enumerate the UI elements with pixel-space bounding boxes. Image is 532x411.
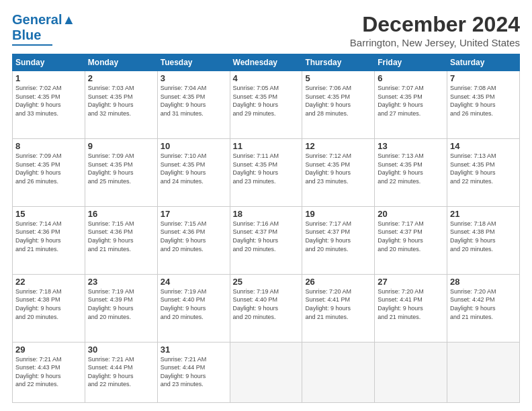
day-number: 21 <box>450 209 517 219</box>
calendar-cell: 19Sunrise: 7:17 AM Sunset: 4:37 PM Dayli… <box>302 206 375 274</box>
page: General▲ Blue December 2024 Barrington, … <box>0 0 532 411</box>
calendar-cell: 13Sunrise: 7:13 AM Sunset: 4:35 PM Dayli… <box>375 138 447 206</box>
day-number: 31 <box>161 345 227 355</box>
calendar-cell: 17Sunrise: 7:15 AM Sunset: 4:36 PM Dayli… <box>157 206 230 274</box>
weekday-header-saturday: Saturday <box>447 54 520 71</box>
day-info: Sunrise: 7:14 AM Sunset: 4:36 PM Dayligh… <box>15 220 82 253</box>
calendar-cell: 25Sunrise: 7:19 AM Sunset: 4:40 PM Dayli… <box>230 274 302 342</box>
day-number: 22 <box>15 277 82 287</box>
day-info: Sunrise: 7:15 AM Sunset: 4:36 PM Dayligh… <box>88 220 154 253</box>
day-number: 20 <box>378 209 444 219</box>
day-number: 9 <box>88 141 154 151</box>
calendar-cell: 7Sunrise: 7:08 AM Sunset: 4:35 PM Daylig… <box>447 71 520 139</box>
weekday-header-monday: Monday <box>85 54 157 71</box>
logo-divider <box>12 44 52 46</box>
day-number: 12 <box>305 141 371 151</box>
day-info: Sunrise: 7:07 AM Sunset: 4:35 PM Dayligh… <box>378 84 444 118</box>
day-number: 14 <box>450 141 517 151</box>
calendar-cell: 24Sunrise: 7:19 AM Sunset: 4:40 PM Dayli… <box>157 274 230 342</box>
week-row-2: 8Sunrise: 7:09 AM Sunset: 4:35 PM Daylig… <box>13 138 520 206</box>
title-block: December 2024 Barrington, New Jersey, Un… <box>350 12 520 48</box>
day-info: Sunrise: 7:13 AM Sunset: 4:35 PM Dayligh… <box>450 152 517 185</box>
week-row-5: 29Sunrise: 7:21 AM Sunset: 4:43 PM Dayli… <box>13 342 520 402</box>
calendar-cell: 3Sunrise: 7:04 AM Sunset: 4:35 PM Daylig… <box>157 71 230 139</box>
day-number: 28 <box>450 277 517 287</box>
day-number: 19 <box>305 209 371 219</box>
week-row-3: 15Sunrise: 7:14 AM Sunset: 4:36 PM Dayli… <box>13 206 520 274</box>
day-number: 26 <box>305 277 371 287</box>
calendar-cell <box>447 342 520 402</box>
day-number: 29 <box>15 345 82 355</box>
calendar-cell: 15Sunrise: 7:14 AM Sunset: 4:36 PM Dayli… <box>13 206 85 274</box>
day-number: 4 <box>233 73 300 83</box>
logo: General▲ Blue <box>12 12 75 46</box>
day-info: Sunrise: 7:21 AM Sunset: 4:44 PM Dayligh… <box>88 355 154 389</box>
day-info: Sunrise: 7:15 AM Sunset: 4:36 PM Dayligh… <box>161 220 227 253</box>
day-info: Sunrise: 7:04 AM Sunset: 4:35 PM Dayligh… <box>161 84 227 118</box>
day-info: Sunrise: 7:09 AM Sunset: 4:35 PM Dayligh… <box>15 152 82 185</box>
logo-text2: Blue <box>12 28 41 43</box>
calendar-cell: 8Sunrise: 7:09 AM Sunset: 4:35 PM Daylig… <box>13 138 85 206</box>
day-number: 10 <box>161 141 227 151</box>
day-number: 8 <box>15 141 82 151</box>
calendar-cell <box>230 342 302 402</box>
month-title: December 2024 <box>350 12 520 37</box>
day-number: 24 <box>161 277 227 287</box>
calendar-cell: 27Sunrise: 7:20 AM Sunset: 4:41 PM Dayli… <box>375 274 447 342</box>
day-info: Sunrise: 7:09 AM Sunset: 4:35 PM Dayligh… <box>88 152 154 185</box>
day-number: 2 <box>88 73 154 83</box>
week-row-1: 1Sunrise: 7:02 AM Sunset: 4:35 PM Daylig… <box>13 71 520 139</box>
day-number: 16 <box>88 209 154 219</box>
calendar-cell: 14Sunrise: 7:13 AM Sunset: 4:35 PM Dayli… <box>447 138 520 206</box>
day-info: Sunrise: 7:16 AM Sunset: 4:37 PM Dayligh… <box>233 220 300 253</box>
day-info: Sunrise: 7:12 AM Sunset: 4:35 PM Dayligh… <box>305 152 371 185</box>
day-info: Sunrise: 7:19 AM Sunset: 4:40 PM Dayligh… <box>233 287 300 321</box>
day-number: 5 <box>305 73 371 83</box>
calendar-table: SundayMondayTuesdayWednesdayThursdayFrid… <box>12 54 520 403</box>
weekday-header-thursday: Thursday <box>302 54 375 71</box>
day-number: 30 <box>88 345 154 355</box>
logo-text: General▲ <box>12 12 75 28</box>
calendar-cell: 6Sunrise: 7:07 AM Sunset: 4:35 PM Daylig… <box>375 71 447 139</box>
calendar-cell: 31Sunrise: 7:21 AM Sunset: 4:44 PM Dayli… <box>157 342 230 402</box>
weekday-header-row: SundayMondayTuesdayWednesdayThursdayFrid… <box>13 54 520 71</box>
calendar-cell: 4Sunrise: 7:05 AM Sunset: 4:35 PM Daylig… <box>230 71 302 139</box>
calendar-cell: 16Sunrise: 7:15 AM Sunset: 4:36 PM Dayli… <box>85 206 157 274</box>
calendar-cell: 26Sunrise: 7:20 AM Sunset: 4:41 PM Dayli… <box>302 274 375 342</box>
day-number: 11 <box>233 141 300 151</box>
calendar-cell: 28Sunrise: 7:20 AM Sunset: 4:42 PM Dayli… <box>447 274 520 342</box>
weekday-header-friday: Friday <box>375 54 447 71</box>
calendar-cell: 22Sunrise: 7:18 AM Sunset: 4:38 PM Dayli… <box>13 274 85 342</box>
day-number: 3 <box>161 73 227 83</box>
calendar-cell: 11Sunrise: 7:11 AM Sunset: 4:35 PM Dayli… <box>230 138 302 206</box>
day-number: 18 <box>233 209 300 219</box>
calendar-cell: 30Sunrise: 7:21 AM Sunset: 4:44 PM Dayli… <box>85 342 157 402</box>
weekday-header-tuesday: Tuesday <box>157 54 230 71</box>
day-info: Sunrise: 7:20 AM Sunset: 4:41 PM Dayligh… <box>378 287 444 321</box>
day-info: Sunrise: 7:18 AM Sunset: 4:38 PM Dayligh… <box>450 220 517 253</box>
day-info: Sunrise: 7:10 AM Sunset: 4:35 PM Dayligh… <box>161 152 227 185</box>
day-info: Sunrise: 7:21 AM Sunset: 4:44 PM Dayligh… <box>161 355 227 389</box>
day-info: Sunrise: 7:02 AM Sunset: 4:35 PM Dayligh… <box>15 84 82 118</box>
calendar-cell: 12Sunrise: 7:12 AM Sunset: 4:35 PM Dayli… <box>302 138 375 206</box>
calendar-cell: 1Sunrise: 7:02 AM Sunset: 4:35 PM Daylig… <box>13 71 85 139</box>
day-info: Sunrise: 7:17 AM Sunset: 4:37 PM Dayligh… <box>305 220 371 253</box>
calendar-cell: 9Sunrise: 7:09 AM Sunset: 4:35 PM Daylig… <box>85 138 157 206</box>
day-info: Sunrise: 7:06 AM Sunset: 4:35 PM Dayligh… <box>305 84 371 118</box>
day-number: 6 <box>378 73 444 83</box>
calendar-cell <box>302 342 375 402</box>
calendar-cell: 10Sunrise: 7:10 AM Sunset: 4:35 PM Dayli… <box>157 138 230 206</box>
day-number: 1 <box>15 73 82 83</box>
day-number: 25 <box>233 277 300 287</box>
calendar-cell: 18Sunrise: 7:16 AM Sunset: 4:37 PM Dayli… <box>230 206 302 274</box>
day-info: Sunrise: 7:13 AM Sunset: 4:35 PM Dayligh… <box>378 152 444 185</box>
day-info: Sunrise: 7:18 AM Sunset: 4:38 PM Dayligh… <box>15 287 82 321</box>
day-info: Sunrise: 7:21 AM Sunset: 4:43 PM Dayligh… <box>15 355 82 389</box>
day-info: Sunrise: 7:11 AM Sunset: 4:35 PM Dayligh… <box>233 152 300 185</box>
calendar-cell: 2Sunrise: 7:03 AM Sunset: 4:35 PM Daylig… <box>85 71 157 139</box>
calendar-cell: 23Sunrise: 7:19 AM Sunset: 4:39 PM Dayli… <box>85 274 157 342</box>
day-info: Sunrise: 7:03 AM Sunset: 4:35 PM Dayligh… <box>88 84 154 118</box>
day-number: 17 <box>161 209 227 219</box>
day-number: 27 <box>378 277 444 287</box>
day-info: Sunrise: 7:20 AM Sunset: 4:42 PM Dayligh… <box>450 287 517 321</box>
